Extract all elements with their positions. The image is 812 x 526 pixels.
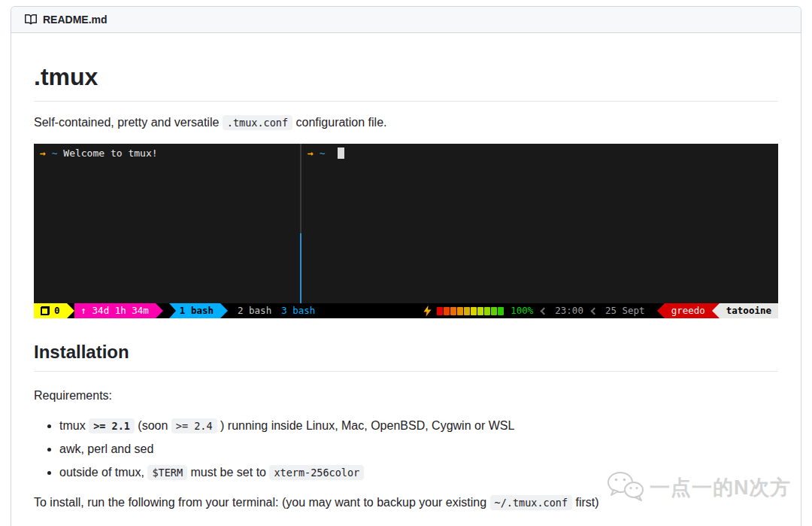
page-title: .tmux	[34, 62, 778, 102]
inline-code-term-var: $TERM	[147, 465, 187, 480]
powerline-notch-icon	[169, 303, 176, 318]
readme-filename: README.md	[43, 14, 108, 26]
session-chip: 0	[34, 303, 67, 318]
window-label: 3 bash	[281, 303, 315, 318]
list-item-text: outside of tmux,	[59, 466, 147, 479]
installation-heading: Installation	[34, 341, 778, 372]
list-item-text: must be set to	[187, 466, 269, 479]
list-item: tmux >= 2.1 (soon >= 2.4 ) running insid…	[59, 417, 778, 435]
powerline-arrow-icon	[220, 303, 228, 318]
inline-code-tmux-conf-path: ~/.tmux.conf	[490, 495, 573, 510]
lightning-bolt-icon	[423, 306, 432, 317]
battery-block	[484, 307, 490, 315]
tmux-status-bar: 0 ↑ 34d 1h 34m 1 bash 2 bash 3 bash	[34, 303, 778, 318]
powerline-arrow-icon	[67, 303, 74, 318]
window-active-label: 1 bash	[176, 303, 220, 318]
terminal-panes: → ~ Welcome to tmux! → ~	[34, 144, 778, 303]
list-item-text: (soon	[135, 419, 171, 432]
status-bar-right: 100% 23:00 25 Sept greedo tatooine	[423, 303, 778, 318]
pane-output-text: Welcome to tmux!	[63, 147, 157, 159]
powerline-arrow-icon	[657, 303, 665, 318]
install-note-text: first)	[572, 496, 599, 509]
requirements-list: tmux >= 2.1 (soon >= 2.4 ) running insid…	[34, 417, 778, 482]
terminal-pane-right: → ~	[301, 144, 778, 303]
list-item-text: ) running inside Linux, Mac, OpenBSD, Cy…	[217, 419, 515, 432]
battery-block	[477, 307, 483, 315]
readme-body: .tmux Self-contained, pretty and versati…	[11, 33, 801, 526]
book-icon	[25, 14, 37, 26]
readme-card: README.md .tmux Self-contained, pretty a…	[11, 6, 801, 526]
username-chip: greedo	[665, 303, 712, 318]
inline-code-xterm: xterm-256color	[269, 465, 364, 480]
terminal-cursor	[338, 147, 344, 159]
powerline-arrow-icon	[712, 303, 720, 318]
status-bar-left: 0 ↑ 34d 1h 34m 1 bash 2 bash 3 bash	[34, 303, 315, 318]
active-window-chip: 1 bash	[169, 303, 228, 318]
battery-gauge	[437, 307, 504, 315]
powerline-arrow-icon	[156, 303, 163, 318]
prompt-arrow-icon: →	[40, 147, 46, 159]
battery-block	[464, 307, 470, 315]
install-note-text: To install, run the following from your …	[34, 496, 490, 509]
terminal-screenshot: → ~ Welcome to tmux! → ~ 0	[34, 144, 778, 318]
readme-file-header: README.md	[11, 7, 801, 33]
battery-block	[457, 307, 463, 315]
list-item: outside of tmux, $TERM must be set to xt…	[59, 464, 778, 482]
chevron-left-icon	[541, 307, 548, 315]
inline-code-version-soon: >= 2.4	[171, 418, 217, 433]
battery-block	[444, 307, 450, 315]
session-name: 0	[54, 303, 60, 318]
battery-block	[498, 307, 504, 315]
prompt-path: ~	[52, 147, 58, 159]
session-windows-icon	[41, 306, 50, 315]
battery-block	[471, 307, 477, 315]
intro-paragraph: Self-contained, pretty and versatile .tm…	[34, 114, 778, 132]
install-note-paragraph: To install, run the following from your …	[34, 494, 778, 512]
prompt-arrow-icon: →	[308, 147, 314, 159]
prompt-path: ~	[320, 147, 326, 159]
inline-code-version-min: >= 2.1	[89, 418, 135, 433]
window-label: 2 bash	[238, 303, 271, 318]
requirements-label: Requirements:	[34, 387, 778, 405]
status-date: 25 Sept	[605, 303, 645, 318]
list-item: awk, perl and sed	[59, 440, 778, 458]
battery-block	[437, 307, 443, 315]
status-time: 23:00	[555, 303, 583, 318]
inline-code-tmux-conf: .tmux.conf	[223, 115, 292, 130]
battery-block	[491, 307, 497, 315]
uptime-chip: ↑ 34d 1h 34m	[74, 303, 156, 318]
intro-text-post: configuration file.	[292, 116, 386, 129]
terminal-pane-left: → ~ Welcome to tmux!	[34, 144, 300, 303]
intro-text-pre: Self-contained, pretty and versatile	[34, 116, 223, 129]
list-item-text: tmux	[59, 419, 89, 432]
hostname-chip: tatooine	[720, 303, 778, 318]
battery-block	[450, 307, 456, 315]
battery-percent: 100%	[511, 303, 533, 318]
list-item-text: awk, perl and sed	[59, 442, 153, 455]
chevron-left-icon	[590, 307, 598, 315]
